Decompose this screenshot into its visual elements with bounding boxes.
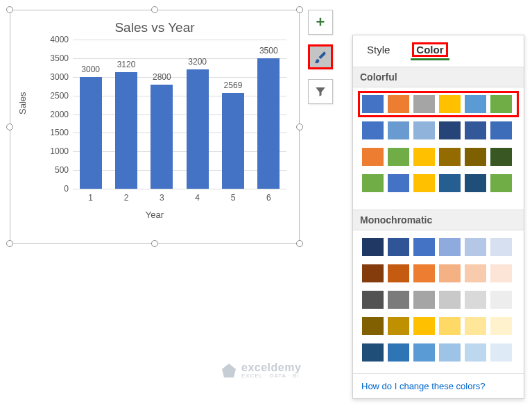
resize-handle[interactable]	[6, 240, 13, 247]
chart-styles-button[interactable]	[308, 44, 333, 69]
color-swatch	[439, 238, 461, 256]
resize-handle[interactable]	[151, 6, 158, 13]
color-swatch	[413, 174, 435, 192]
brand-logo-icon	[222, 364, 236, 377]
color-swatch	[362, 317, 384, 335]
color-swatch	[439, 174, 461, 192]
y-tick-label: 4000	[45, 35, 69, 44]
color-swatch	[413, 291, 435, 309]
plus-icon: +	[316, 13, 325, 31]
color-swatch	[362, 148, 384, 166]
resize-handle[interactable]	[296, 240, 303, 247]
chart-side-buttons: +	[308, 10, 333, 104]
color-swatch	[413, 264, 435, 282]
color-swatch	[388, 291, 409, 309]
color-scheme-row[interactable]	[360, 146, 517, 168]
color-swatch	[439, 317, 461, 335]
color-swatch	[413, 238, 435, 256]
resize-handle[interactable]	[296, 6, 303, 13]
x-axis-label: Year	[10, 210, 299, 220]
y-axis-label: Sales	[17, 92, 28, 114]
brand-watermark: exceldemy EXCEL · DATA · BI	[222, 362, 301, 379]
panel-help-link[interactable]: How do I change these colors?	[353, 373, 524, 398]
color-scheme-row[interactable]	[360, 289, 517, 311]
x-tick-label: 3	[160, 193, 164, 203]
brush-icon	[314, 50, 327, 64]
chart-container[interactable]: Sales vs Year Sales 30001312022800332004…	[10, 10, 300, 244]
color-swatch	[362, 291, 384, 309]
color-swatch	[490, 238, 512, 256]
bar[interactable]: 35006	[257, 58, 280, 189]
x-tick-label: 2	[124, 193, 129, 203]
color-swatch	[465, 343, 486, 362]
color-swatch	[388, 174, 409, 192]
color-scheme-row[interactable]	[360, 172, 517, 194]
data-label: 3200	[188, 57, 207, 67]
color-swatch	[465, 238, 486, 256]
color-swatch	[439, 264, 461, 282]
color-swatch	[465, 317, 486, 335]
gridline	[73, 189, 286, 189]
color-swatch	[465, 95, 486, 113]
bar[interactable]: 31202	[115, 72, 137, 189]
y-tick-label: 3500	[45, 53, 69, 63]
x-tick-label: 6	[266, 193, 271, 203]
color-swatch	[490, 95, 512, 113]
color-scheme-row[interactable]	[360, 236, 517, 258]
y-tick-label: 1000	[45, 146, 69, 156]
color-swatch	[413, 95, 435, 113]
resize-handle[interactable]	[6, 124, 13, 130]
color-swatch	[413, 317, 435, 335]
color-swatch	[439, 343, 461, 362]
bar[interactable]: 32004	[187, 69, 209, 189]
x-tick-label: 4	[195, 193, 200, 203]
color-swatch	[362, 174, 384, 192]
color-scheme-row[interactable]	[360, 341, 517, 364]
filter-icon	[314, 85, 327, 98]
data-label: 2569	[224, 80, 243, 90]
color-swatch	[388, 264, 409, 282]
color-scheme-row[interactable]	[360, 93, 517, 115]
chart-style-panel: Style Color Colorful Monochromatic How d…	[352, 35, 524, 399]
color-swatch	[388, 343, 409, 362]
plot-area[interactable]: 300013120228003320042569535006 050010001…	[49, 40, 286, 189]
color-swatch	[413, 121, 435, 139]
bar[interactable]: 28003	[151, 85, 173, 189]
y-tick-label: 1500	[45, 128, 69, 137]
panel-tabs: Style Color	[353, 35, 524, 61]
resize-handle[interactable]	[151, 240, 158, 247]
chart-filters-button[interactable]	[308, 79, 333, 104]
color-swatch	[388, 238, 409, 256]
section-header-colorful: Colorful	[353, 67, 524, 87]
color-swatch	[490, 121, 512, 139]
data-label: 3120	[117, 60, 136, 69]
color-swatch	[439, 148, 461, 166]
color-swatch	[413, 343, 435, 362]
color-swatch	[362, 95, 384, 113]
bar[interactable]: 25695	[222, 93, 244, 189]
color-swatch	[439, 95, 461, 113]
resize-handle[interactable]	[6, 6, 13, 13]
section-header-mono: Monochromatic	[353, 210, 524, 230]
color-swatch	[362, 264, 384, 282]
chart-elements-button[interactable]: +	[308, 10, 333, 35]
color-swatch	[465, 291, 486, 309]
tab-style[interactable]: Style	[363, 42, 394, 58]
colorful-palette	[353, 87, 524, 204]
tab-color[interactable]: Color	[408, 42, 452, 58]
data-label: 2800	[153, 72, 171, 82]
color-scheme-row[interactable]	[360, 262, 517, 284]
color-swatch	[490, 343, 512, 362]
color-swatch	[439, 121, 461, 139]
brand-name: exceldemy	[241, 362, 301, 373]
bar[interactable]: 30001	[80, 77, 102, 189]
y-tick-label: 0	[45, 184, 69, 194]
color-scheme-row[interactable]	[360, 119, 517, 142]
color-swatch	[465, 148, 486, 166]
resize-handle[interactable]	[296, 124, 303, 130]
color-scheme-row[interactable]	[360, 315, 517, 337]
color-swatch	[362, 343, 384, 362]
y-tick-label: 500	[45, 165, 69, 175]
color-swatch	[362, 121, 384, 139]
color-swatch	[388, 317, 409, 335]
